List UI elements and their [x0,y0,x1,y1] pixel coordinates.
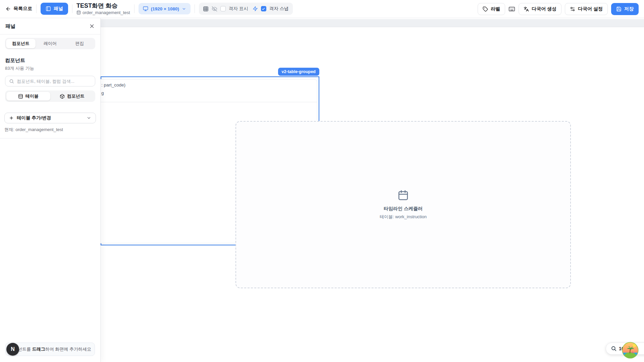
multilang-generate-text: 다국어 생성 [532,6,556,12]
components-section-title: 컴포넌트 [5,57,95,64]
n-logo-badge[interactable]: N [6,343,19,356]
screen-title-block: TEST화면 화승 order_management_test [76,3,130,15]
drag-hint-suffix: 하여 화면에 추가하세요 [45,347,91,352]
screen-subtitle-table: order_management_test [83,10,130,15]
label-button-text: 라벨 [491,6,500,12]
languages-icon [524,6,529,12]
monitor-icon [143,6,148,11]
component-search-input[interactable] [17,79,91,84]
save-icon [616,6,622,12]
grid-show-label: 격자 표시 [229,6,248,12]
eye-off-icon [212,6,217,12]
grid-options-group: 격자 표시 격자 스냅 [199,3,293,15]
toolbar-left-group: 목록으로 패널 TEST화면 화승 order_management_test [5,3,293,15]
placeholder-title: 타임라인 스케줄러 [384,206,423,212]
search-icon [9,79,14,84]
source-toggle-component-label: 컴포넌트 [67,93,85,99]
save-button-text: 저장 [624,6,634,12]
arrow-left-icon [5,6,11,12]
multilang-settings-text: 다국어 설정 [578,6,603,12]
divider [36,4,37,13]
grid-icon [203,6,209,12]
screen-subtitle: order_management_test [76,10,130,15]
screen-builder-app: 목록으로 패널 TEST화면 화승 order_management_test [0,0,644,362]
source-toggle-table[interactable]: 테이블 [6,92,50,101]
tab-edit[interactable]: 편집 [65,39,94,48]
tab-components[interactable]: 컴포넌트 [6,39,36,48]
table-component-header: : part_code) g [97,79,317,102]
panel-title: 패널 [5,23,15,29]
drag-hint: N 컴포넌트를 드래그하여 화면에 추가하세요 [5,343,95,356]
panel-header: 패널 [0,18,100,35]
chevron-down-icon [87,116,91,120]
selected-component-badge: v2-table-grouped [278,68,319,76]
panel-tab-bar: 컴포넌트 레이어 편집 [5,38,95,49]
divider [195,4,195,13]
keyboard-icon [508,6,515,12]
grid-show-checkbox[interactable] [220,6,226,11]
tab-layers[interactable]: 레이어 [36,39,65,48]
back-to-list-button[interactable]: 목록으로 [5,6,32,12]
plus-icon [9,116,14,120]
panel-left-icon [46,6,51,11]
source-toggle-table-label: 테이블 [25,93,39,99]
panel-toggle-button[interactable]: 패널 [41,3,68,15]
resolution-label: (644 × 362) [151,6,179,11]
placeholder-table: 테이블: work_instruction [380,214,427,220]
panel-body: 컴포넌트 83개 사용 가능 테이블 [0,49,100,102]
timeline-scheduler-placeholder[interactable]: 타임라인 스케줄러 테이블: work_instruction [235,121,571,288]
resolution-dropdown[interactable]: (644 × 362) [139,3,191,14]
add-change-table-label: 테이블 추가/변경 [17,115,51,121]
back-to-list-label: 목록으로 [13,6,32,12]
package-icon [60,94,65,99]
table-header-text-fragment-2: g [101,90,313,96]
drag-hint-text: 컴포넌트를 드래그하여 화면에 추가하세요 [9,346,91,352]
component-search-box [5,76,95,86]
panel-empty-area [0,138,100,343]
keyboard-shortcuts-button[interactable] [508,6,515,12]
toolbar-right-group: 라벨 다국어 생성 다국어 설정 [478,3,639,15]
island-floating-button[interactable] [622,342,639,359]
tag-icon [483,6,488,12]
multilang-generate-button[interactable]: 다국어 생성 [519,3,561,15]
components-available-count: 83개 사용 가능 [5,65,95,71]
top-toolbar: 목록으로 패널 TEST화면 화승 order_management_test [0,0,644,18]
magnifier-icon [611,346,617,352]
chevron-down-icon [182,7,186,11]
divider [72,4,72,13]
screen-title: TEST화면 화승 [76,3,130,9]
grid-snap-checkbox[interactable] [261,6,266,11]
database-icon [76,10,81,15]
table-header-text-fragment: : part_code) [101,82,313,87]
calendar-icon [397,190,409,201]
settings-sliders-icon [570,6,575,12]
multilang-settings-button[interactable]: 다국어 설정 [565,3,608,15]
left-panel: 패널 컴포넌트 레이어 편집 컴포넌트 83개 사용 가능 [0,18,101,362]
add-table-section: 테이블 추가/변경 [0,102,100,123]
save-button[interactable]: 저장 [611,3,639,15]
close-icon[interactable] [89,23,95,29]
panel-toggle-label: 패널 [54,6,63,12]
zap-icon [253,6,258,11]
divider [134,4,135,13]
add-change-table-button[interactable]: 테이블 추가/변경 [4,113,96,123]
grid-snap-label: 격자 스냅 [269,6,289,12]
current-table-label: 현재: order_management_test [0,123,100,133]
drag-hint-bold: 드래그 [32,347,45,352]
database-icon [18,94,23,99]
source-toggle: 테이블 컴포넌트 [5,90,95,102]
label-button[interactable]: 라벨 [478,3,505,15]
source-toggle-component[interactable]: 컴포넌트 [50,92,94,101]
